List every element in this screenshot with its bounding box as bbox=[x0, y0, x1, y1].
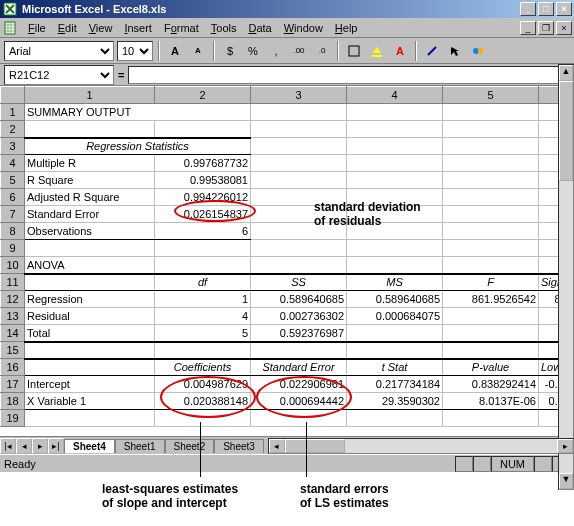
cell[interactable]: 0.589640685 bbox=[347, 291, 443, 308]
draw-icon[interactable] bbox=[422, 41, 442, 61]
cell[interactable]: 0.022906961 bbox=[251, 376, 347, 393]
row-header[interactable]: 15 bbox=[1, 342, 25, 359]
menu-data[interactable]: Data bbox=[242, 20, 277, 36]
scroll-down-icon[interactable]: ▼ bbox=[559, 473, 573, 489]
doc-close-button[interactable]: × bbox=[556, 21, 572, 35]
col-header[interactable]: 5 bbox=[443, 87, 539, 104]
row-header[interactable]: 18 bbox=[1, 393, 25, 410]
column-header-row[interactable]: 1 2 3 4 5 bbox=[1, 87, 575, 104]
row-header[interactable]: 4 bbox=[1, 155, 25, 172]
cell[interactable]: 861.9526542 bbox=[443, 291, 539, 308]
cell[interactable]: SS bbox=[251, 274, 347, 291]
menu-tools[interactable]: Tools bbox=[205, 20, 243, 36]
close-button[interactable]: × bbox=[556, 2, 572, 16]
autoshapes-icon[interactable] bbox=[468, 41, 488, 61]
cell[interactable]: 5 bbox=[155, 325, 251, 342]
cell[interactable]: 29.3590302 bbox=[347, 393, 443, 410]
menu-window[interactable]: Window bbox=[278, 20, 329, 36]
col-header[interactable]: 3 bbox=[251, 87, 347, 104]
font-name-select[interactable]: Arial bbox=[4, 41, 114, 61]
row-header[interactable]: 19 bbox=[1, 410, 25, 427]
cell[interactable]: 0.026154837 bbox=[155, 206, 251, 223]
minimize-button[interactable]: _ bbox=[520, 2, 536, 16]
cell[interactable]: df bbox=[155, 274, 251, 291]
select-objects-icon[interactable] bbox=[445, 41, 465, 61]
worksheet-area[interactable]: 1 2 3 4 5 1SUMMARY OUTPUT 2 3Regression … bbox=[0, 86, 574, 436]
fill-color-icon[interactable] bbox=[367, 41, 387, 61]
row-header[interactable]: 17 bbox=[1, 376, 25, 393]
font-size-select[interactable]: 10 bbox=[117, 41, 153, 61]
cell[interactable]: SUMMARY OUTPUT bbox=[25, 104, 251, 121]
col-header[interactable]: 2 bbox=[155, 87, 251, 104]
tab-nav-first-icon[interactable]: |◂ bbox=[0, 438, 16, 454]
scroll-up-icon[interactable]: ▲ bbox=[559, 65, 573, 81]
cell[interactable]: 0.000684075 bbox=[347, 308, 443, 325]
cell[interactable]: Regression bbox=[25, 291, 155, 308]
tab-nav-prev-icon[interactable]: ◂ bbox=[16, 438, 32, 454]
row-header[interactable]: 13 bbox=[1, 308, 25, 325]
menu-help[interactable]: Help bbox=[329, 20, 364, 36]
scroll-left-icon[interactable]: ◂ bbox=[269, 439, 285, 453]
sheet-tab-sheet3[interactable]: Sheet3 bbox=[214, 439, 264, 453]
row-header[interactable]: 14 bbox=[1, 325, 25, 342]
tab-nav-next-icon[interactable]: ▸ bbox=[32, 438, 48, 454]
horizontal-scrollbar[interactable]: ◂ ▸ bbox=[268, 438, 574, 454]
increase-decimal-icon[interactable]: .00 bbox=[289, 41, 309, 61]
cell[interactable]: MS bbox=[347, 274, 443, 291]
cell[interactable]: Regression Statistics bbox=[25, 138, 251, 155]
doc-minimize-button[interactable]: _ bbox=[520, 21, 536, 35]
cell[interactable]: 0.994226012 bbox=[155, 189, 251, 206]
sheet-tab-sheet4[interactable]: Sheet4 bbox=[64, 439, 115, 453]
cell[interactable]: 0.589640685 bbox=[251, 291, 347, 308]
row-header[interactable]: 2 bbox=[1, 121, 25, 138]
cell[interactable]: X Variable 1 bbox=[25, 393, 155, 410]
increase-font-icon[interactable]: A bbox=[165, 41, 185, 61]
row-header[interactable]: 11 bbox=[1, 274, 25, 291]
cell[interactable]: ANOVA bbox=[25, 257, 155, 274]
row-header[interactable]: 6 bbox=[1, 189, 25, 206]
row-header[interactable]: 12 bbox=[1, 291, 25, 308]
cell[interactable]: 0.020388148 bbox=[155, 393, 251, 410]
menu-view[interactable]: View bbox=[83, 20, 119, 36]
doc-restore-button[interactable]: ❐ bbox=[538, 21, 554, 35]
menu-file[interactable]: File bbox=[22, 20, 52, 36]
menu-edit[interactable]: Edit bbox=[52, 20, 83, 36]
cell[interactable]: 0.838292414 bbox=[443, 376, 539, 393]
scroll-thumb-h[interactable] bbox=[285, 439, 345, 453]
cell[interactable]: 0.002736302 bbox=[251, 308, 347, 325]
cell[interactable]: 0.000694442 bbox=[251, 393, 347, 410]
vertical-scrollbar[interactable]: ▲ ▼ bbox=[558, 64, 574, 490]
cell[interactable]: 0.997687732 bbox=[155, 155, 251, 172]
cell[interactable]: Standard Error bbox=[25, 206, 155, 223]
select-all-corner[interactable] bbox=[1, 87, 25, 104]
decrease-font-icon[interactable]: A bbox=[188, 41, 208, 61]
cell[interactable]: 8.0137E-06 bbox=[443, 393, 539, 410]
row-header[interactable]: 1 bbox=[1, 104, 25, 121]
row-header[interactable]: 5 bbox=[1, 172, 25, 189]
cell[interactable]: 0.592376987 bbox=[251, 325, 347, 342]
cell[interactable]: 6 bbox=[155, 223, 251, 240]
font-color-icon[interactable]: A bbox=[390, 41, 410, 61]
sheet-tab-sheet1[interactable]: Sheet1 bbox=[115, 439, 165, 453]
maximize-button[interactable]: □ bbox=[538, 2, 554, 16]
percent-icon[interactable]: % bbox=[243, 41, 263, 61]
col-header[interactable]: 4 bbox=[347, 87, 443, 104]
row-header[interactable]: 8 bbox=[1, 223, 25, 240]
equals-icon[interactable]: = bbox=[118, 69, 124, 81]
cell[interactable]: Adjusted R Square bbox=[25, 189, 155, 206]
row-header[interactable]: 10 bbox=[1, 257, 25, 274]
document-icon[interactable] bbox=[2, 20, 18, 36]
tab-nav-last-icon[interactable]: ▸| bbox=[48, 438, 64, 454]
cell[interactable]: F bbox=[443, 274, 539, 291]
borders-icon[interactable] bbox=[344, 41, 364, 61]
spreadsheet-grid[interactable]: 1 2 3 4 5 1SUMMARY OUTPUT 2 3Regression … bbox=[0, 86, 574, 427]
scroll-right-icon[interactable]: ▸ bbox=[557, 439, 573, 453]
cell[interactable]: Total bbox=[25, 325, 155, 342]
formula-input[interactable] bbox=[128, 66, 570, 84]
row-header[interactable]: 7 bbox=[1, 206, 25, 223]
col-header[interactable]: 1 bbox=[25, 87, 155, 104]
comma-icon[interactable]: , bbox=[266, 41, 286, 61]
cell[interactable]: Coefficients bbox=[155, 359, 251, 376]
cell[interactable]: Standard Error bbox=[251, 359, 347, 376]
cell[interactable]: 1 bbox=[155, 291, 251, 308]
